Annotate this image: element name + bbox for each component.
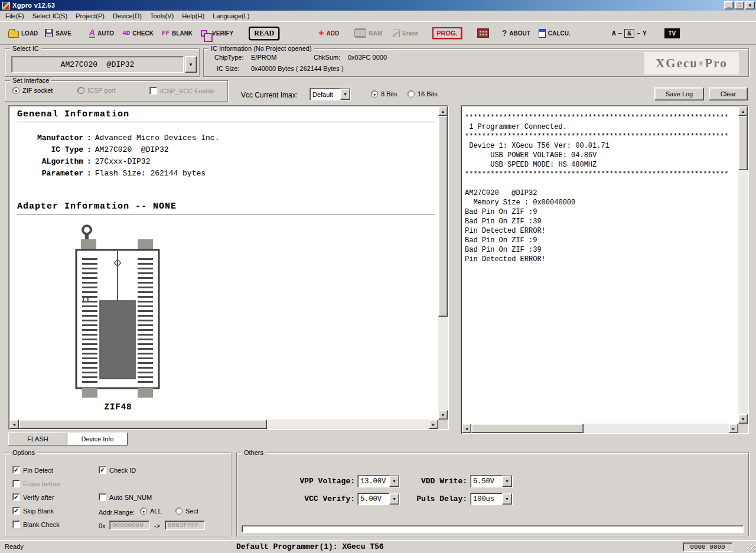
- scroll-down-icon[interactable]: ▼: [738, 414, 748, 424]
- zif-socket-graphic: ZIF48: [68, 224, 168, 412]
- check-id-checkbox[interactable]: ✔ Check ID: [99, 466, 136, 474]
- blank-ff-icon: FF: [162, 30, 170, 37]
- minimize-button[interactable]: _: [724, 1, 734, 9]
- manufactor-value: Advanced Micro Devices Inc.: [95, 134, 220, 142]
- ic-type-label: IC Type: [17, 145, 83, 154]
- icsp-port-radio: ICSP port: [77, 87, 116, 94]
- tab-device-info[interactable]: Device.Info: [67, 432, 128, 445]
- adapter-info-title: Adapter Information -- NONE: [17, 201, 435, 212]
- checkbox-icon: [99, 493, 106, 501]
- status-hex-value: 0000 0000: [683, 542, 732, 552]
- vertical-scrollbar[interactable]: ▲ ▼: [438, 106, 448, 419]
- horizontal-scrollbar[interactable]: ◄ ►: [462, 424, 738, 433]
- ic-grid-button[interactable]: [476, 24, 490, 42]
- radio-icon: [175, 508, 183, 515]
- logic-test-button[interactable]: A & Y: [611, 24, 648, 42]
- menu-language[interactable]: Language(L): [208, 11, 253, 21]
- socket-label: ZIF48: [68, 402, 168, 412]
- blank-check-label: Blank Check: [23, 521, 60, 528]
- about-button[interactable]: ? ABOUT: [501, 24, 532, 42]
- tv-button[interactable]: TV: [663, 24, 681, 42]
- select-ic-dropdown-button[interactable]: ▼: [185, 56, 197, 73]
- save-log-button[interactable]: Save Log: [654, 87, 704, 100]
- scrollbar-thumb[interactable]: [438, 116, 448, 317]
- check-id-icon: 4D: [122, 30, 130, 37]
- vdd-write-combo[interactable]: 6.50V ▼: [470, 475, 513, 487]
- clear-button[interactable]: Clear: [709, 87, 748, 100]
- scrollbar-thumb[interactable]: [471, 424, 584, 433]
- radio-icon: [77, 87, 84, 94]
- addr-all-radio[interactable]: ● ALL: [140, 508, 162, 515]
- verify-after-checkbox[interactable]: ✔ Verify after: [12, 493, 54, 501]
- set-interface-legend: Set Interface: [10, 77, 51, 84]
- algorithm-label: ALgorithm: [17, 157, 83, 166]
- chevron-down-icon[interactable]: ▼: [502, 476, 512, 487]
- vertical-scrollbar[interactable]: ▲ ▼: [738, 106, 748, 424]
- calculator-button[interactable]: CALCU.: [537, 24, 572, 42]
- addr-sect-label: Sect: [185, 508, 198, 515]
- log-line: AM27C020 @DIP32: [465, 188, 737, 198]
- menu-tools[interactable]: Tools(V): [146, 11, 178, 21]
- menu-select-ic[interactable]: Select IC(S): [28, 11, 71, 21]
- skip-blank-checkbox[interactable]: ✔ Skip Blank: [12, 507, 54, 515]
- log-line: ****************************************…: [465, 132, 737, 141]
- menu-bar: File(F) Select IC(S) Project(P) Device(D…: [0, 11, 756, 21]
- check-id-button[interactable]: 4D CHECK: [121, 24, 155, 42]
- radio-icon: ●: [140, 508, 147, 515]
- pin-detect-checkbox[interactable]: ✔ Pin Detect: [12, 466, 53, 474]
- vcc-imax-label: Vcc Current Imax:: [241, 91, 298, 99]
- info-row: Parameter : Flash Size: 262144 bytes: [17, 167, 435, 179]
- maximize-button[interactable]: □: [735, 1, 744, 9]
- verify-button[interactable]: VERIFY: [200, 24, 234, 42]
- close-button[interactable]: ×: [745, 1, 755, 9]
- horizontal-scrollbar[interactable]: ◄ ►: [9, 419, 438, 429]
- blank-check-checkbox[interactable]: Blank Check: [12, 521, 60, 528]
- tab-flash[interactable]: FLASH: [8, 432, 67, 445]
- add-button[interactable]: + ADD: [317, 24, 340, 42]
- 16bits-radio[interactable]: 16 Bits: [408, 90, 438, 97]
- scroll-up-icon[interactable]: ▲: [738, 106, 748, 116]
- menu-help[interactable]: Help(H): [178, 11, 208, 21]
- menu-file[interactable]: File(F): [1, 11, 28, 21]
- read-label: READ: [249, 27, 279, 40]
- chevron-down-icon[interactable]: ▼: [502, 493, 512, 505]
- load-button[interactable]: LOAD: [7, 24, 39, 42]
- plus-icon: +: [318, 29, 324, 37]
- scroll-right-icon[interactable]: ►: [429, 419, 438, 429]
- zif-socket-radio[interactable]: ● ZIF socket: [12, 87, 53, 94]
- selected-ic-display[interactable]: AM27C020 @DIP32: [11, 56, 184, 73]
- auto-sn-checkbox[interactable]: Auto SN_NUM: [99, 493, 152, 501]
- scroll-left-icon[interactable]: ◄: [9, 419, 19, 429]
- scroll-left-icon[interactable]: ◄: [462, 424, 471, 433]
- info-row: IC Type : AM27C020 @DIP32: [17, 144, 435, 155]
- resize-grip[interactable]: [747, 544, 755, 552]
- status-bar: Ready Default Programmer(1): XGecu T56 0…: [0, 540, 756, 553]
- 8bits-radio[interactable]: ● 8 Bits: [371, 90, 397, 97]
- chksum-label: ChkSum:: [314, 54, 340, 61]
- program-button[interactable]: PROG.: [431, 24, 462, 42]
- puls-delay-combo[interactable]: 100us ▼: [470, 493, 513, 505]
- save-button[interactable]: SAVE: [44, 24, 73, 42]
- vcc-verify-label: VCC Verify:: [260, 495, 355, 503]
- chevron-down-icon[interactable]: ▼: [340, 89, 350, 100]
- read-button[interactable]: READ: [247, 24, 281, 42]
- question-mark-icon: ?: [502, 28, 507, 38]
- scrollbar-thumb[interactable]: [738, 116, 748, 170]
- addr-to-input: 0003FFFF: [165, 521, 205, 530]
- vcc-imax-combo[interactable]: Default ▼: [309, 88, 351, 100]
- vcc-imax-value: Default: [310, 89, 340, 100]
- blank-check-button[interactable]: FF BLANK: [161, 24, 194, 42]
- scroll-right-icon[interactable]: ►: [729, 424, 738, 433]
- scrollbar-thumb[interactable]: [19, 419, 267, 429]
- addr-sect-radio[interactable]: Sect: [175, 508, 198, 515]
- app-icon[interactable]: [2, 2, 10, 9]
- auto-button[interactable]: A AUTO: [88, 24, 115, 42]
- erase-button: Erase: [392, 24, 419, 42]
- menu-project[interactable]: Project(P): [71, 11, 109, 21]
- calculator-icon: [539, 29, 546, 38]
- registered-icon: ®: [699, 60, 704, 67]
- scroll-down-icon[interactable]: ▼: [438, 410, 448, 419]
- menu-device[interactable]: Device(D): [109, 11, 146, 21]
- tab-flash-label: FLASH: [27, 435, 48, 443]
- scroll-up-icon[interactable]: ▲: [438, 106, 448, 116]
